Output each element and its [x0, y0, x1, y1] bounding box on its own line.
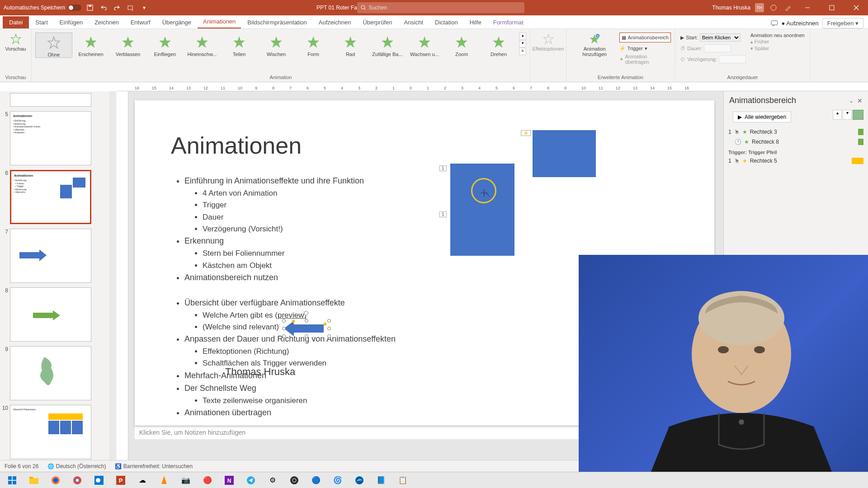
start-menu-icon[interactable]	[2, 473, 23, 488]
user-avatar[interactable]: TH	[755, 3, 764, 12]
delay-input[interactable]	[719, 55, 746, 63]
tab-dictation[interactable]: Dictation	[429, 16, 463, 28]
arrow-shape-selected[interactable]	[284, 321, 329, 336]
zoom-timeline-icon[interactable]	[853, 110, 863, 120]
pen-icon[interactable]	[783, 3, 793, 13]
trigger-button[interactable]: ⚡ Trigger ▾	[619, 43, 671, 53]
tab-animations[interactable]: Animationen	[198, 15, 241, 28]
tab-slideshow[interactable]: Bildschirmpräsentation	[242, 16, 312, 28]
thumb-5[interactable]: 5★Animationen• Einführung...• Erkennung•…	[2, 111, 108, 165]
tab-help[interactable]: Hilfe	[464, 16, 487, 28]
thumb-9[interactable]: 9★	[2, 346, 108, 400]
tab-review[interactable]: Überprüfen	[357, 16, 397, 28]
redo-icon[interactable]	[112, 3, 122, 13]
tab-draw[interactable]: Zeichnen	[89, 16, 124, 28]
close-button[interactable]	[846, 0, 866, 15]
slide-body-text[interactable]: Einführung in Animationseffekte und ihre…	[175, 175, 396, 419]
pane-close-icon[interactable]: ✕	[857, 97, 863, 104]
tab-shapeformat[interactable]: Formformat	[488, 16, 529, 28]
app-icon[interactable]: ☁	[132, 473, 153, 488]
thumb-10[interactable]: 10★Übersicht Präsentation	[2, 405, 108, 459]
animation-painter-button[interactable]: ✦ Animation übertragen	[619, 54, 671, 64]
anim-swivel[interactable]: Drehen	[480, 33, 517, 57]
thumb-6[interactable]: 6★Animationen• Einführung... • 4 Arten •…	[2, 170, 108, 224]
app-icon-7[interactable]: 📘	[371, 473, 392, 488]
app-icon-2[interactable]: 📷	[175, 473, 196, 488]
anim-none[interactable]: Ohne	[35, 33, 72, 58]
comments-icon[interactable]	[771, 20, 778, 27]
duration-input[interactable]	[704, 44, 731, 52]
record-button[interactable]: ● Aufzeichnen	[782, 20, 819, 27]
vlc-icon[interactable]	[154, 473, 175, 488]
firefox-icon[interactable]	[45, 473, 66, 488]
preview-button[interactable]: Vorschau	[3, 31, 29, 53]
language-status[interactable]: 🌐 Deutsch (Österreich)	[47, 463, 106, 469]
anim-zoom[interactable]: Zoom	[443, 33, 480, 57]
anim-shape[interactable]: Form	[295, 33, 332, 57]
anim-fade[interactable]: Verblassen	[109, 33, 146, 57]
anim-split[interactable]: Teilen	[221, 33, 258, 57]
anim-growturn[interactable]: Wachsen u...	[406, 33, 443, 57]
thumb-4-partial[interactable]	[2, 93, 108, 107]
obs-icon[interactable]	[284, 473, 305, 488]
chrome-icon[interactable]	[67, 473, 88, 488]
outlook-icon[interactable]	[89, 473, 109, 488]
add-animation-button[interactable]: + Animation hinzufügen	[570, 31, 619, 64]
gallery-up-icon[interactable]: ▴	[519, 33, 526, 40]
rectangle-large[interactable]	[450, 164, 514, 256]
anim-item-3[interactable]: 1 🖱 ★ Rechteck 5	[728, 156, 863, 166]
anim-randombars[interactable]: Zufällige Ba...	[369, 33, 406, 57]
play-all-button[interactable]: ▶ Alle wiedergeben	[733, 112, 791, 122]
slide-title[interactable]: Animationen	[171, 132, 302, 159]
powerpoint-icon[interactable]: P	[110, 473, 131, 488]
anim-item-2[interactable]: 🕐 ★ Rechteck 8	[728, 137, 863, 147]
share-button[interactable]: Freigeben ▾	[822, 18, 863, 28]
move-down-icon[interactable]: ▾	[843, 110, 852, 120]
tab-start[interactable]: Start	[30, 16, 53, 28]
slide-author[interactable]: Thomas Hruska	[225, 366, 295, 378]
gallery-down-icon[interactable]: ▾	[519, 40, 526, 47]
search-input[interactable]	[368, 5, 521, 11]
rectangle-top-right[interactable]	[533, 130, 596, 177]
minimize-button[interactable]	[797, 0, 817, 15]
slide-counter[interactable]: Folie 6 von 26	[5, 463, 38, 469]
move-later-button[interactable]: ▾ Später	[750, 46, 805, 52]
animation-pane-button[interactable]: ▦ Animationsbereich	[619, 33, 671, 42]
tab-file[interactable]: Datei	[3, 16, 29, 28]
splitter[interactable]	[108, 91, 117, 460]
more-quick-icon[interactable]: ▾	[139, 3, 149, 13]
anim-item-1[interactable]: 1 🖱 ★ Rechteck 3	[728, 127, 863, 137]
coming-soon-icon[interactable]	[769, 3, 778, 13]
anim-wheel[interactable]: Rad	[332, 33, 369, 57]
search-box[interactable]	[357, 2, 524, 13]
save-icon[interactable]	[85, 3, 95, 13]
tab-record[interactable]: Aufzeichnen	[313, 16, 357, 28]
move-up-icon[interactable]: ▴	[833, 110, 842, 120]
move-earlier-button[interactable]: ▴ Früher	[750, 39, 805, 45]
tab-insert[interactable]: Einfügen	[54, 16, 88, 28]
start-select[interactable]: Beim Klicken	[700, 33, 741, 42]
accessibility-status[interactable]: ♿ Barrierefreiheit: Untersuchen	[115, 463, 193, 469]
maximize-button[interactable]	[822, 0, 842, 15]
effect-options-button[interactable]: Effektoptionen	[529, 31, 566, 53]
onenote-icon[interactable]: N	[219, 473, 240, 488]
thumb-7[interactable]: 7★	[2, 229, 108, 283]
anim-floatin[interactable]: Hineinschw...	[184, 33, 221, 57]
tab-transitions[interactable]: Übergänge	[157, 16, 197, 28]
file-explorer-icon[interactable]	[24, 473, 44, 488]
start-from-beginning-icon[interactable]	[126, 3, 136, 13]
autosave-control[interactable]: Automatisches Speichern	[4, 5, 81, 11]
app-icon-8[interactable]: 📋	[392, 473, 413, 488]
app-icon-4[interactable]: ⚙	[262, 473, 283, 488]
app-icon-5[interactable]: 🔵	[306, 473, 326, 488]
app-icon-6[interactable]: 🌀	[327, 473, 348, 488]
app-icon-3[interactable]: 🔴	[197, 473, 218, 488]
anim-flyin[interactable]: Einfliegen	[146, 33, 184, 57]
thumb-8[interactable]: 8★	[2, 287, 108, 342]
edge-icon[interactable]	[349, 473, 370, 488]
undo-icon[interactable]	[99, 3, 108, 13]
tab-design[interactable]: Entwurf	[125, 16, 156, 28]
gallery-more-icon[interactable]: ≡	[519, 48, 526, 55]
slide-thumbnail-pane[interactable]: 5★Animationen• Einführung...• Erkennung•…	[0, 91, 108, 460]
anim-wipe[interactable]: Wischen	[258, 33, 295, 57]
